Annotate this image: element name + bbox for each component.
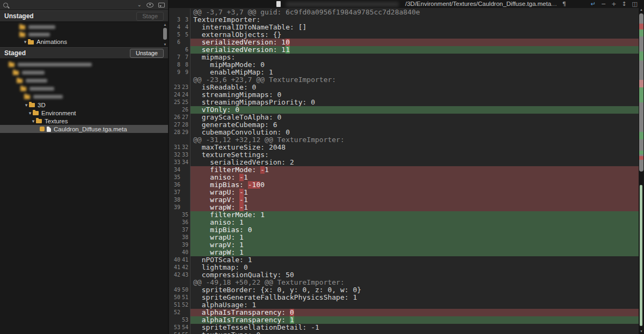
chevron-down-icon[interactable]: ▾ — [24, 102, 29, 108]
file-icon — [47, 127, 51, 132]
unstaged-scrollbar[interactable]: ▲ ▼ — [163, 23, 167, 46]
change-overview-mark — [639, 156, 643, 160]
diff-line[interactable]: 37 wrapU: -1 — [169, 189, 639, 196]
prev-change-icon[interactable]: − — [601, 0, 606, 8]
diff-line[interactable]: 39 wrapW: -1 — [169, 204, 639, 211]
tree-item-folder[interactable] — [0, 85, 168, 93]
tree-item-file[interactable]: Cauldron_Diffuse.tga.meta — [0, 125, 168, 133]
diff-line[interactable]: 44 internalIDToNameTable: [] — [169, 24, 639, 31]
new-line-number: 54 — [181, 324, 190, 331]
tree-item-folder[interactable] — [0, 77, 168, 85]
new-line-number: 3 — [181, 16, 190, 24]
tree-item-folder[interactable]: ▾3D — [0, 101, 168, 109]
tree-item-folder[interactable]: ▾Textures — [0, 117, 168, 125]
comment-icon[interactable] — [158, 3, 165, 8]
diff-line[interactable]: @@ -3,7 +3,7 @@ guid: 6c9fd0a0956f1984a9… — [169, 9, 639, 16]
diff-line[interactable]: 52 alphaIsTransparency: 0 — [169, 309, 639, 316]
redacted-label — [26, 79, 47, 83]
diff-line[interactable]: 5051 spriteGenerateFallbackPhysicsShape:… — [169, 294, 639, 301]
tree-item-folder[interactable] — [0, 69, 168, 77]
diff-line[interactable]: 5354 spriteTessellationDetail: -1 — [169, 324, 639, 331]
chevron-down-icon[interactable]: ▾ — [23, 39, 28, 44]
diff-line[interactable]: 6 serializedVersion: 10 — [169, 39, 639, 46]
scroll-down-icon[interactable]: ▼ — [639, 330, 644, 333]
diff-line[interactable]: 26 vTOnly: 0 — [169, 106, 639, 114]
scroll-up-icon[interactable]: ▲ — [163, 23, 167, 26]
expand-context-icon[interactable]: ↕ — [621, 0, 626, 8]
more-options-icon[interactable]: … — [551, 0, 557, 8]
diff-line[interactable]: 55 externalObjects: {} — [169, 31, 639, 39]
diff-line[interactable]: 77 mipmaps: — [169, 54, 639, 61]
diff-line[interactable]: 2627 grayScaleToAlpha: 0 — [169, 114, 639, 121]
diff-line[interactable]: 35 aniso: -1 — [169, 174, 639, 181]
change-overview-mark — [639, 29, 643, 36]
diff-line[interactable]: 4142 lightmap: 0 — [169, 264, 639, 271]
split-view-icon[interactable]: ◫ — [632, 0, 638, 8]
diff-line[interactable]: 34 filterMode: -1 — [169, 166, 639, 174]
diff-line[interactable]: 5152 alphaUsage: 1 — [169, 301, 639, 309]
old-line-number — [169, 234, 181, 241]
diff-scrollbar[interactable]: ▲ ▼ — [639, 0, 644, 334]
diff-line[interactable]: @@ -23,6 +23,7 @@ TextureImporter: — [169, 76, 639, 84]
diff-line[interactable]: 3334 serializedVersion: 2 — [169, 159, 639, 166]
diff-line[interactable]: 6 serializedVersion: 11 — [169, 46, 639, 54]
diff-line[interactable]: 2323 isReadable: 0 — [169, 84, 639, 91]
diff-line[interactable]: 4243 compressionQuality: 50 — [169, 271, 639, 279]
diff-line[interactable]: @@ -31,12 +32,12 @@ TextureImporter: — [169, 136, 639, 144]
tree-item-folder[interactable] — [0, 23, 168, 31]
tree-item-folder[interactable] — [0, 61, 168, 69]
stage-button[interactable]: Stage — [136, 12, 164, 21]
diff-line[interactable]: 3132 maxTextureSize: 2048 — [169, 144, 639, 151]
diff-line[interactable]: 88 mipMapMode: 0 — [169, 61, 639, 69]
diff-line[interactable]: 3233 textureSettings: — [169, 151, 639, 159]
whitespace-icon[interactable]: ¶ — [562, 0, 566, 8]
scrollbar-thumb[interactable] — [163, 28, 167, 40]
tree-item-folder[interactable] — [0, 93, 168, 101]
tree-item-folder[interactable]: ▾Animations — [0, 38, 168, 46]
new-line-number: 41 — [181, 256, 190, 264]
diff-line[interactable]: 38 wrapU: 1 — [169, 234, 639, 241]
diff-line[interactable]: 2424 streamingMipmaps: 0 — [169, 91, 639, 99]
diff-line[interactable]: 33TextureImporter: — [169, 16, 639, 24]
old-line-number: 27 — [169, 121, 181, 129]
chevron-down-icon[interactable]: ▾ — [31, 118, 36, 124]
old-line-number: 41 — [169, 264, 181, 271]
unstage-button[interactable]: Unstage — [130, 49, 164, 58]
tree-item-folder[interactable] — [0, 31, 168, 38]
staged-checkbox-icon[interactable] — [40, 127, 45, 131]
eye-icon[interactable] — [147, 3, 153, 8]
diff-line[interactable]: 5455 textureType: 0 — [169, 331, 639, 334]
diff-line[interactable]: 36 aniso: 1 — [169, 219, 639, 226]
change-overview-mark — [639, 24, 643, 29]
old-line-number: 3 — [169, 16, 181, 24]
diff-line[interactable]: @@ -49,18 +50,22 @@ TextureImporter: — [169, 279, 639, 286]
diff-line[interactable]: 2728 generateCubemap: 6 — [169, 121, 639, 129]
diff-line[interactable]: 4041 nPOTScale: 1 — [169, 256, 639, 264]
line-wrap-icon[interactable]: ↵ — [591, 0, 596, 8]
old-line-number: 9 — [169, 69, 181, 76]
diff-line[interactable]: 99 enableMipMap: 1 — [169, 69, 639, 76]
scroll-down-icon[interactable]: ▼ — [163, 43, 167, 46]
chevron-down-icon[interactable]: ▾ — [27, 110, 33, 116]
diff-line[interactable]: 40 wrapW: 1 — [169, 249, 639, 256]
diff-line[interactable]: 38 wrapV: -1 — [169, 196, 639, 204]
diff-line[interactable]: 37 mipBias: 0 — [169, 226, 639, 234]
scroll-up-icon[interactable]: ▲ — [639, 8, 644, 12]
diff-line[interactable]: 35 filterMode: 1 — [169, 211, 639, 219]
diff-line[interactable]: 4950 spriteBorder: {x: 0, y: 0, z: 0, w:… — [169, 286, 639, 294]
diff-line[interactable]: 36 mipBias: -100 — [169, 181, 639, 189]
collapse-all-icon[interactable]: ⌄ — [137, 2, 142, 8]
tree-item-folder[interactable]: ▾Environment — [0, 109, 168, 117]
staged-file-tree: ▾3D▾Environment▾TexturesCauldron_Diffuse… — [0, 59, 168, 334]
old-line-number: 54 — [169, 331, 181, 334]
diff-line[interactable]: 39 wrapV: 1 — [169, 241, 639, 249]
new-line-number: 53 — [181, 316, 190, 324]
diff-line[interactable]: 2525 streamingMipmapsPriority: 0 — [169, 99, 639, 106]
tree-item-label: Environment — [41, 110, 76, 116]
search-icon[interactable] — [3, 3, 8, 8]
next-change-icon[interactable]: + — [611, 0, 616, 8]
diff-line[interactable]: 2829 cubemapConvolution: 0 — [169, 129, 639, 136]
diff-line[interactable]: 53 alphaIsTransparency: 1 — [169, 316, 639, 324]
old-line-number: 4 — [169, 24, 181, 31]
new-line-number: 50 — [181, 286, 190, 294]
